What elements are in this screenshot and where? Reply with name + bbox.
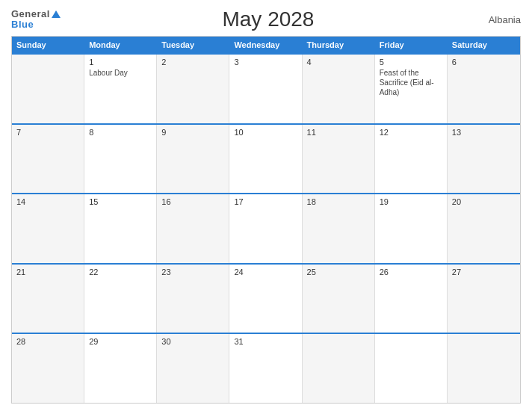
calendar-day-header: Wednesday bbox=[229, 37, 302, 53]
calendar-cell: 12 bbox=[375, 125, 448, 194]
day-number: 6 bbox=[452, 58, 516, 67]
logo-triangle-icon bbox=[52, 10, 61, 18]
calendar: SundayMondayTuesdayWednesdayThursdayFrid… bbox=[11, 36, 521, 404]
calendar-week: 1Labour Day2345Feast of the Sacrifice (E… bbox=[12, 53, 520, 123]
calendar-cell: 26 bbox=[375, 265, 448, 333]
calendar-cell: 25 bbox=[303, 265, 375, 333]
day-number: 22 bbox=[89, 268, 152, 276]
day-number: 25 bbox=[307, 268, 370, 276]
calendar-day-header: Saturday bbox=[448, 37, 520, 53]
day-number: 15 bbox=[89, 197, 152, 206]
calendar-cell: 9 bbox=[157, 125, 229, 194]
calendar-cell bbox=[375, 334, 448, 403]
day-number: 27 bbox=[452, 268, 516, 276]
day-number: 7 bbox=[16, 128, 79, 137]
day-number: 14 bbox=[16, 197, 79, 206]
calendar-cell: 15 bbox=[84, 194, 157, 263]
logo-general-text: General bbox=[11, 9, 61, 19]
calendar-body: 1Labour Day2345Feast of the Sacrifice (E… bbox=[12, 53, 520, 403]
day-number: 16 bbox=[161, 197, 224, 206]
day-number: 26 bbox=[380, 268, 442, 276]
calendar-event: Labour Day bbox=[89, 68, 152, 78]
calendar-cell: 19 bbox=[375, 194, 448, 263]
day-number: 8 bbox=[89, 128, 152, 137]
calendar-week: 28293031 bbox=[12, 333, 520, 403]
day-number: 10 bbox=[234, 128, 297, 137]
header: General Blue May 2028 Albania bbox=[11, 7, 521, 31]
calendar-cell: 8 bbox=[84, 125, 157, 194]
day-number: 5 bbox=[380, 58, 442, 67]
logo-blue-text: Blue bbox=[11, 19, 61, 30]
day-number: 19 bbox=[380, 197, 442, 206]
calendar-week: 14151617181920 bbox=[12, 193, 520, 263]
calendar-cell: 1Labour Day bbox=[84, 55, 157, 123]
calendar-cell: 5Feast of the Sacrifice (Eid al-Adha) bbox=[375, 55, 448, 123]
day-number: 20 bbox=[452, 197, 516, 206]
day-number: 29 bbox=[89, 337, 152, 346]
day-number: 28 bbox=[16, 337, 79, 346]
calendar-cell: 10 bbox=[229, 125, 302, 194]
calendar-cell: 11 bbox=[303, 125, 375, 194]
day-number: 9 bbox=[161, 128, 224, 137]
calendar-cell: 14 bbox=[12, 194, 84, 263]
calendar-week: 21222324252627 bbox=[12, 263, 520, 333]
calendar-cell: 24 bbox=[229, 265, 302, 333]
calendar-cell: 30 bbox=[157, 334, 229, 403]
day-number: 3 bbox=[234, 58, 297, 67]
day-number: 18 bbox=[307, 197, 370, 206]
day-number: 30 bbox=[161, 337, 224, 346]
calendar-event: Feast of the Sacrifice (Eid al-Adha) bbox=[380, 68, 442, 97]
calendar-cell: 4 bbox=[303, 55, 375, 123]
calendar-title: May 2028 bbox=[61, 7, 476, 31]
calendar-day-header: Friday bbox=[375, 37, 448, 53]
calendar-cell: 22 bbox=[84, 265, 157, 333]
calendar-cell: 2 bbox=[157, 55, 229, 123]
calendar-cell bbox=[303, 334, 375, 403]
calendar-cell: 27 bbox=[448, 265, 520, 333]
calendar-day-header: Monday bbox=[84, 37, 157, 53]
day-number: 17 bbox=[234, 197, 297, 206]
calendar-day-header: Thursday bbox=[303, 37, 375, 53]
day-number: 31 bbox=[234, 337, 297, 346]
logo: General Blue bbox=[11, 9, 61, 31]
calendar-cell: 23 bbox=[157, 265, 229, 333]
calendar-cell bbox=[448, 334, 520, 403]
day-number: 24 bbox=[234, 268, 297, 276]
calendar-cell: 3 bbox=[229, 55, 302, 123]
calendar-cell: 6 bbox=[448, 55, 520, 123]
day-number: 21 bbox=[16, 268, 79, 276]
calendar-day-header: Sunday bbox=[12, 37, 84, 53]
calendar-cell: 29 bbox=[84, 334, 157, 403]
calendar-cell: 13 bbox=[448, 125, 520, 194]
calendar-week: 78910111213 bbox=[12, 123, 520, 194]
calendar-cell: 31 bbox=[229, 334, 302, 403]
calendar-cell: 20 bbox=[448, 194, 520, 263]
day-number: 13 bbox=[452, 128, 516, 137]
calendar-cell: 16 bbox=[157, 194, 229, 263]
calendar-cell: 17 bbox=[229, 194, 302, 263]
country-label: Albania bbox=[476, 14, 521, 25]
day-number: 1 bbox=[89, 58, 152, 67]
calendar-day-header: Tuesday bbox=[157, 37, 229, 53]
calendar-cell: 7 bbox=[12, 125, 84, 194]
page: General Blue May 2028 Albania SundayMond… bbox=[0, 0, 532, 411]
calendar-cell: 21 bbox=[12, 265, 84, 333]
day-number: 2 bbox=[161, 58, 224, 67]
calendar-cell: 18 bbox=[303, 194, 375, 263]
day-number: 12 bbox=[380, 128, 442, 137]
day-number: 4 bbox=[307, 58, 370, 67]
calendar-header: SundayMondayTuesdayWednesdayThursdayFrid… bbox=[12, 37, 520, 53]
day-number: 11 bbox=[307, 128, 370, 137]
day-number: 23 bbox=[161, 268, 224, 276]
calendar-cell: 28 bbox=[12, 334, 84, 403]
calendar-cell bbox=[12, 55, 84, 123]
